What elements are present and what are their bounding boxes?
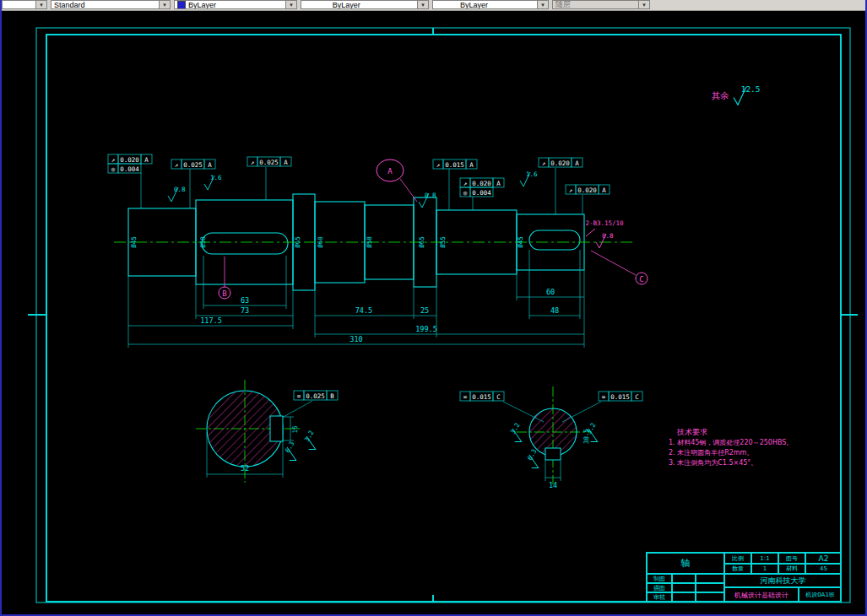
dim-label: 199.5 [415,325,437,333]
dim-label: 52 [241,464,249,473]
lineweight-combo[interactable]: ByLayer ▼ [432,0,549,9]
dim-label: 16 [291,425,299,434]
titleblock-cell-empty [696,592,724,602]
fcf-text: ↗ [463,180,468,187]
scale-value-cell: 1:1 [751,553,778,564]
fcf-text: ◎ [111,165,116,173]
class-cell: 机设0A1班 [799,587,842,602]
cross-sections [196,380,591,484]
dim-label: 其余 [712,90,730,100]
titleblock-cell-empty [672,574,696,583]
fcf-text: ↗ [251,159,255,166]
fcf-text: C [496,393,501,401]
fcf-text: A [208,161,212,169]
fcf-text: B [330,392,334,400]
roughness-symbol: 3.2 [300,430,322,452]
dim-label: Ø45 [517,236,524,248]
dim-label: Ø60 [317,236,324,248]
tech-notes-title: 技术要求 [677,427,793,437]
fcf-text: A [284,159,288,166]
lineweight-combo-value: ByLayer [460,1,488,9]
text-style-combo[interactable]: Standard ▼ [51,0,171,9]
roughness-value: 6.3 [526,448,539,462]
roughness-symbol: 1.6 [204,174,222,190]
roughness-value: 0.8 [425,192,436,199]
dim-label: Ø55 [439,236,447,248]
tech-note-line: 2. 未注明圆角半径R2mm。 [669,448,793,458]
fcf-text: 0.025 [259,159,279,166]
sheet-value-cell: A2 [805,553,842,564]
dim-label: 74.5 [355,306,372,315]
roughness-value: 3.2 [303,430,316,443]
datum-leader [400,179,417,202]
dim-label: 2-B3.15/10 [585,219,624,227]
fcf-text: ↗ [569,186,573,194]
datum-letter: C [639,275,643,284]
chevron-down-icon[interactable]: ▼ [417,1,428,8]
roughness-value: 6.3 [284,440,296,454]
fcf-text: = [463,393,468,401]
datum-letter: B [222,289,226,298]
qty-label-cell: 数量 [724,564,751,574]
cad-window: 6373117.574.525199.560483102-B3.15/10Ø45… [0,0,867,616]
fcf-text: ↗ [111,156,116,164]
fcf-text: 0.025 [183,161,203,169]
dim-label: 117.5 [200,316,222,325]
fcf-text: 0.015 [610,393,630,401]
fcf-text: 0.020 [120,156,139,164]
scale-label-cell: 比例 [724,553,751,564]
fcf-text: ◎ [463,189,468,197]
title-block: 轴 比例 1:1 图号 A2 数量 1 材料 45 制图 描图 审核 河南科技大… [646,552,841,602]
fcf-text: 0.015 [445,161,464,169]
dim-label: 73 [241,306,249,315]
chevron-down-icon[interactable]: ▼ [537,1,548,8]
datum-letter: A [387,167,393,176]
dim-label: 63 [241,296,249,305]
layer-combo[interactable]: ▼ [2,0,47,9]
fcf-text: 0.020 [550,159,570,167]
linetype-combo[interactable]: ByLayer ▼ [301,0,429,9]
roughness-symbol: 0.8 [419,192,436,208]
roughness-value: 1.6 [210,174,222,181]
fcf-text: A [144,156,149,164]
color-swatch [177,1,186,9]
fcf-text: 0.020 [472,180,491,187]
drawing-canvas[interactable]: 6373117.574.525199.560483102-B3.15/10Ø45… [0,0,867,616]
fcf-text: 0.025 [306,392,325,400]
roughness-symbol: 1.6 [520,170,538,186]
fcf-text: 0.004 [472,189,491,197]
dim-label: Ø58 [199,236,207,248]
linetype-combo-value: ByLayer [333,1,360,9]
roughness-symbol: 12.5 [734,84,760,105]
qty-value-cell: 1 [751,564,778,574]
plotstyle-combo: 随层 ▼ [552,0,650,9]
dim-label: Ø65 [294,236,301,248]
fcf-text: A [602,186,606,194]
color-combo[interactable]: ByLayer ▼ [174,0,297,9]
roughness-symbol: 3.2 [506,422,528,445]
datum-leader [591,251,636,275]
plotstyle-combo-value: 随层 [555,0,571,9]
material-label-cell: 材料 [778,564,805,574]
dim-label: 48 [550,306,559,315]
fcf-text: ↗ [436,161,441,169]
roughness-value: 3.2 [509,422,522,435]
roughness-symbol: 0.8 [596,232,614,248]
titleblock-cell-empty [672,583,696,592]
chevron-down-icon[interactable]: ▼ [285,1,296,8]
dim-label: Ø58 [366,236,373,248]
fcf-text: = [602,393,606,401]
roughness-value: 1.6 [526,170,538,178]
roughness-value: 3.2 [585,422,598,435]
roughness-symbol: 0.8 [168,186,186,202]
school-cell: 河南科技大学 [724,574,842,587]
chevron-down-icon: ▼ [638,1,649,8]
chevron-down-icon[interactable]: ▼ [159,1,170,8]
tracer-label-cell: 描图 [647,583,672,592]
chevron-down-icon[interactable]: ▼ [35,1,46,8]
roughness-value: 12.5 [741,84,761,94]
fcf-text: ↗ [542,159,546,167]
sheet-label-cell: 图号 [778,553,805,564]
dim-label: 14 [549,481,557,489]
color-combo-value: ByLayer [188,1,216,9]
